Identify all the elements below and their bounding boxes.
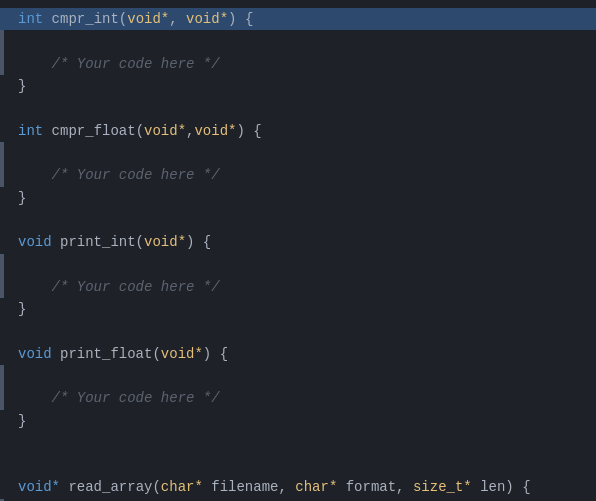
token: void* [161, 343, 203, 365]
token: } [18, 410, 26, 432]
token: void* [186, 8, 228, 30]
token: void [18, 343, 52, 365]
token: print_float( [52, 343, 161, 365]
code-line: void print_float(void*) { [0, 343, 596, 365]
token: } [18, 75, 26, 97]
code-line [0, 98, 596, 120]
token: len) { [472, 476, 531, 498]
line-content: } [4, 187, 26, 209]
line-content: void print_int(void*) { [4, 231, 211, 253]
token: int [18, 120, 43, 142]
code-line [0, 142, 596, 164]
line-content: } [4, 75, 26, 97]
line-content: void* read_array(char* filename, char* f… [4, 476, 531, 498]
token: /* Your code here */ [18, 53, 220, 75]
token: /* Your code here */ [18, 387, 220, 409]
token: void* [194, 120, 236, 142]
line-content: /* Your code here */ [4, 387, 220, 409]
code-line: } [0, 410, 596, 432]
code-line [0, 321, 596, 343]
token: read_array( [60, 476, 161, 498]
line-content-empty [4, 365, 26, 387]
token: void* [144, 231, 186, 253]
token: filename, [203, 476, 295, 498]
token: char* [295, 476, 337, 498]
code-line: } [0, 187, 596, 209]
token: char* [161, 476, 203, 498]
line-border [0, 432, 4, 454]
token: ) { [186, 231, 211, 253]
code-line [0, 365, 596, 387]
token: } [18, 187, 26, 209]
line-content-empty [4, 254, 26, 276]
code-line: void* read_array(char* filename, char* f… [0, 476, 596, 498]
code-line: /* Your code here */ [0, 387, 596, 409]
token: , [169, 8, 186, 30]
code-line [0, 454, 596, 476]
code-line: /* Your code here */ [0, 276, 596, 298]
code-line: void print_int(void*) { [0, 231, 596, 253]
line-content: /* Your code here */ [4, 276, 220, 298]
line-content: int cmpr_int(void*, void*) { [4, 8, 253, 30]
token: ) { [236, 120, 261, 142]
token: void* [18, 476, 60, 498]
code-line [0, 209, 596, 231]
code-line: } [0, 298, 596, 320]
token: void* [127, 8, 169, 30]
token: format, [337, 476, 413, 498]
token: , [186, 120, 194, 142]
token: /* Your code here */ [18, 164, 220, 186]
token: print_int( [52, 231, 144, 253]
code-line [0, 254, 596, 276]
token: void [18, 231, 52, 253]
token: ) { [228, 8, 253, 30]
line-content-empty [4, 30, 26, 52]
token: cmpr_float( [43, 120, 144, 142]
line-content: int cmpr_float(void*,void*) { [4, 120, 262, 142]
line-content: } [4, 298, 26, 320]
token: /* Your code here */ [18, 276, 220, 298]
code-line: /* Your code here */ [0, 164, 596, 186]
line-content: /* Your code here */ [4, 53, 220, 75]
code-line [0, 432, 596, 454]
token: size_t* [413, 476, 472, 498]
code-editor: int cmpr_int(void*, void*) { /* Your cod… [0, 0, 596, 501]
code-line: } [0, 75, 596, 97]
token: void* [144, 120, 186, 142]
line-content-empty [4, 142, 26, 164]
code-line: int cmpr_int(void*, void*) { [0, 8, 596, 30]
token: int [18, 8, 43, 30]
code-line [0, 30, 596, 52]
line-border [0, 209, 4, 231]
token: ) { [203, 343, 228, 365]
line-border [0, 321, 4, 343]
line-content: /* Your code here */ [4, 164, 220, 186]
code-line: /* Your code here */ [0, 53, 596, 75]
line-content: void print_float(void*) { [4, 343, 228, 365]
code-line: int cmpr_float(void*,void*) { [0, 120, 596, 142]
token: cmpr_int( [43, 8, 127, 30]
line-content: } [4, 410, 26, 432]
line-border [0, 98, 4, 120]
line-border [0, 454, 4, 476]
token: } [18, 298, 26, 320]
